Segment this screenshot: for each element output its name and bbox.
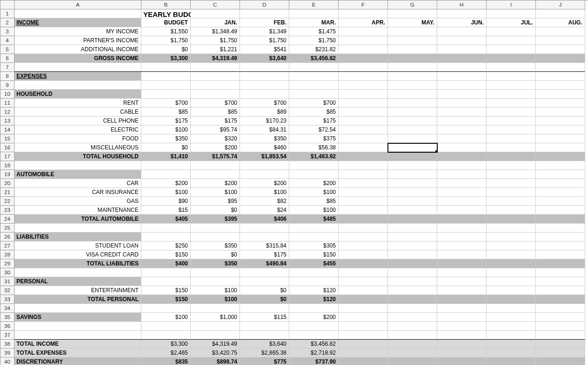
- cell-B13[interactable]: $175: [141, 116, 191, 125]
- cell-G31[interactable]: [388, 277, 437, 286]
- cell-E29[interactable]: $455: [289, 259, 339, 268]
- cell-H9[interactable]: [437, 81, 487, 90]
- cell-G20[interactable]: [388, 179, 437, 188]
- cell-D40[interactable]: $775: [240, 357, 289, 365]
- cell-B4[interactable]: $1,750: [141, 36, 191, 45]
- cell-C16[interactable]: $200: [191, 143, 240, 152]
- cell-F34[interactable]: [339, 304, 388, 313]
- cell-J31[interactable]: [536, 277, 585, 286]
- cell-G2[interactable]: MAY.: [388, 18, 437, 27]
- cell-D32[interactable]: $0: [240, 286, 289, 295]
- cell-A19[interactable]: AUTOMOBILE: [15, 170, 141, 179]
- cell-C13[interactable]: $175: [191, 116, 240, 125]
- cell-E35[interactable]: $200: [289, 313, 339, 322]
- cell-A3[interactable]: MY INCOME: [15, 27, 141, 36]
- cell-F26[interactable]: [339, 233, 388, 241]
- cell-B25[interactable]: [141, 224, 191, 233]
- cell-A16[interactable]: MISCELLANEOUS: [15, 143, 141, 152]
- row-header-11[interactable]: 11: [0, 99, 15, 108]
- row-header-22[interactable]: 22: [0, 197, 15, 206]
- cell-E33[interactable]: $120: [289, 295, 339, 304]
- cell-A5[interactable]: ADDITIONAL INCOME: [15, 45, 141, 54]
- cell-F31[interactable]: [339, 277, 388, 286]
- cell-B28[interactable]: $150: [141, 250, 191, 259]
- col-header-F[interactable]: F: [339, 0, 388, 9]
- cell-H24[interactable]: [437, 215, 487, 224]
- cell-E12[interactable]: $85: [289, 108, 339, 116]
- cell-H10[interactable]: [437, 90, 487, 99]
- cell-E11[interactable]: $700: [289, 99, 339, 108]
- cell-A28[interactable]: VISA CREDIT CARD: [15, 250, 141, 259]
- cell-H38[interactable]: [437, 340, 487, 349]
- cell-G15[interactable]: [388, 134, 437, 143]
- cell-D21[interactable]: $100: [240, 188, 289, 197]
- cell-E21[interactable]: $100: [289, 188, 339, 197]
- cell-C27[interactable]: $350: [191, 241, 240, 250]
- cell-C5[interactable]: $1,221: [191, 45, 240, 54]
- cell-B5[interactable]: $0: [141, 45, 191, 54]
- row-header-31[interactable]: 31: [0, 277, 15, 286]
- cell-B1[interactable]: YEARLY BUDGET: [141, 9, 191, 18]
- cell-D14[interactable]: $84.31: [240, 125, 289, 134]
- cell-F12[interactable]: [339, 108, 388, 116]
- cell-D2[interactable]: FEB.: [240, 18, 289, 27]
- cell-I5[interactable]: [487, 45, 536, 54]
- cell-D35[interactable]: $115: [240, 313, 289, 322]
- row-header-36[interactable]: 36: [0, 322, 15, 331]
- col-header-J[interactable]: J: [536, 0, 585, 9]
- cell-J4[interactable]: [536, 36, 585, 45]
- cell-I30[interactable]: [487, 268, 536, 277]
- cell-C10[interactable]: [191, 90, 240, 99]
- cell-G22[interactable]: [388, 197, 437, 206]
- cell-F35[interactable]: [339, 313, 388, 322]
- cell-C36[interactable]: [191, 322, 240, 331]
- cell-H26[interactable]: [437, 233, 487, 241]
- cell-C18[interactable]: [191, 161, 240, 170]
- cell-D36[interactable]: [240, 322, 289, 331]
- cell-J23[interactable]: [536, 206, 585, 215]
- cell-H2[interactable]: JUN.: [437, 18, 487, 27]
- cell-H8[interactable]: [437, 72, 487, 81]
- cell-E19[interactable]: [289, 170, 339, 179]
- cell-I24[interactable]: [487, 215, 536, 224]
- cell-D4[interactable]: $1,750: [240, 36, 289, 45]
- cell-E31[interactable]: [289, 277, 339, 286]
- cell-E4[interactable]: $1,750: [289, 36, 339, 45]
- cell-D7[interactable]: [240, 63, 289, 72]
- cell-C2[interactable]: JAN.: [191, 18, 240, 27]
- cell-B10[interactable]: [141, 90, 191, 99]
- cell-A27[interactable]: STUDENT LOAN: [15, 241, 141, 250]
- cell-G3[interactable]: [388, 27, 437, 36]
- cell-B11[interactable]: $700: [141, 99, 191, 108]
- cell-F22[interactable]: [339, 197, 388, 206]
- col-header-B[interactable]: B: [141, 0, 191, 9]
- cell-G25[interactable]: [388, 224, 437, 233]
- cell-I28[interactable]: [487, 250, 536, 259]
- cell-G7[interactable]: [388, 63, 437, 72]
- cell-F32[interactable]: [339, 286, 388, 295]
- cell-G10[interactable]: [388, 90, 437, 99]
- cell-H28[interactable]: [437, 250, 487, 259]
- cell-B14[interactable]: $100: [141, 125, 191, 134]
- cell-I14[interactable]: [487, 125, 536, 134]
- cell-A8[interactable]: EXPENSES: [15, 72, 141, 81]
- cell-E10[interactable]: [289, 90, 339, 99]
- cell-D26[interactable]: [240, 233, 289, 241]
- cell-G18[interactable]: [388, 161, 437, 170]
- cell-I26[interactable]: [487, 233, 536, 241]
- cell-D17[interactable]: $1,853.54: [240, 152, 289, 161]
- cell-H19[interactable]: [437, 170, 487, 179]
- cell-E32[interactable]: $120: [289, 286, 339, 295]
- cell-J10[interactable]: [536, 90, 585, 99]
- row-header-4[interactable]: 4: [0, 36, 15, 45]
- cell-B29[interactable]: $400: [141, 259, 191, 268]
- cell-H1[interactable]: [437, 9, 487, 18]
- cell-J39[interactable]: [536, 349, 585, 357]
- cell-B7[interactable]: [141, 63, 191, 72]
- cell-E26[interactable]: [289, 233, 339, 241]
- cell-B2[interactable]: BUDGET: [141, 18, 191, 27]
- cell-B6[interactable]: $3,300: [141, 54, 191, 63]
- cell-G24[interactable]: [388, 215, 437, 224]
- cell-D18[interactable]: [240, 161, 289, 170]
- cell-G4[interactable]: [388, 36, 437, 45]
